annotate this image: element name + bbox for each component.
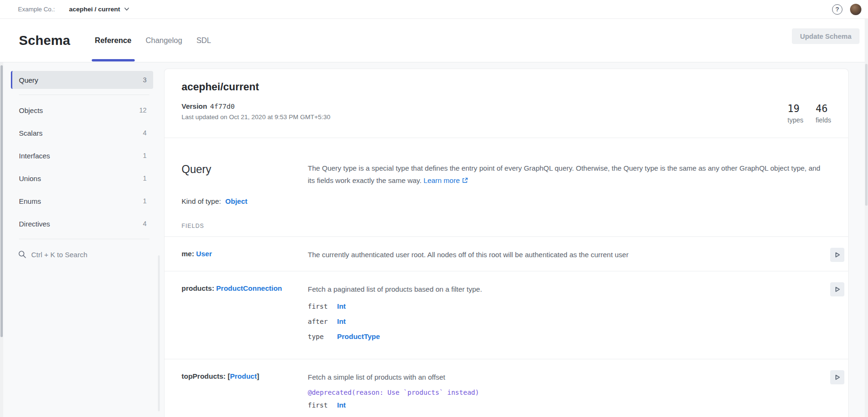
field-details: Fetch a simple list of products with an …: [308, 359, 830, 417]
chevron-down-icon: [124, 8, 129, 11]
sidebar-item-count: 3: [143, 76, 147, 84]
graph-summary-header: acephei/current Version4f77d0 Last updat…: [165, 69, 848, 138]
field-signature: products: ProductConnection: [182, 271, 308, 359]
tab-changelog[interactable]: Changelog: [139, 19, 189, 62]
field-name: me:: [182, 250, 194, 258]
type-header: Query The Query type is a special type t…: [165, 138, 848, 187]
play-icon: [833, 286, 841, 293]
page-scrollbar-track[interactable]: [865, 19, 868, 417]
sidebar-item-count: 1: [143, 197, 147, 205]
tab-sdl[interactable]: SDL: [189, 19, 218, 62]
sidebar-item-count: 1: [143, 152, 147, 159]
sidebar-item-label: Query: [19, 76, 38, 84]
sidebar-item-unions[interactable]: Unions 1: [11, 167, 153, 190]
sidebar-item-count: 4: [143, 129, 147, 137]
learn-more-link[interactable]: Learn more: [424, 176, 468, 184]
argument-type-link[interactable]: Int: [337, 401, 346, 409]
argument-type-link[interactable]: Int: [337, 317, 346, 325]
argument-name: first: [308, 303, 337, 310]
field-row-me: me: User The currently authenticated use…: [165, 237, 848, 271]
type-description: The Query type is a special type that de…: [308, 162, 828, 187]
schema-reference-card: acephei/current Version4f77d0 Last updat…: [164, 69, 849, 417]
version-row: Version4f77d0: [182, 102, 831, 110]
argument-row: first Int: [308, 302, 830, 312]
field-type-link[interactable]: User: [196, 250, 212, 258]
version-label: Version: [182, 102, 207, 110]
sidebar-item-enums[interactable]: Enums 1: [11, 190, 153, 212]
graph-selector-label: acephei / current: [69, 6, 120, 13]
field-details: Fetch a paginated list of products based…: [308, 271, 830, 359]
update-schema-button[interactable]: Update Schema: [792, 28, 859, 44]
field-actions: [830, 237, 844, 271]
play-icon: [833, 251, 841, 259]
sidebar-divider: [19, 239, 149, 239]
avatar[interactable]: [850, 4, 861, 15]
tab-reference[interactable]: Reference: [88, 19, 139, 62]
left-scrollbar-track[interactable]: [0, 62, 3, 417]
run-in-explorer-button[interactable]: [830, 248, 844, 262]
sidebar-scrollbar-thumb[interactable]: [158, 255, 160, 411]
page-scrollbar-thumb[interactable]: [865, 64, 868, 206]
stat-types-label: types: [788, 116, 803, 124]
sidebar-item-query[interactable]: Query 3: [11, 71, 153, 89]
field-description: Fetch a paginated list of products based…: [308, 284, 830, 294]
argument-row: after Int: [308, 317, 830, 327]
field-signature: topProducts: [Product]: [182, 359, 308, 417]
org-label: Example Co.:: [18, 6, 55, 13]
learn-more-label: Learn more: [424, 176, 460, 184]
sidebar-item-count: 4: [143, 220, 147, 227]
last-updated: Last updated on Oct 21, 2020 at 9:53 PM …: [182, 113, 831, 121]
tab-bar: Reference Changelog SDL: [88, 19, 218, 62]
sidebar-item-count: 12: [139, 106, 147, 114]
type-name-column: Query: [182, 162, 308, 187]
schema-stats: 19 types 46 fields: [788, 103, 831, 124]
sidebar-item-interfaces[interactable]: Interfaces 1: [11, 144, 153, 167]
field-description: The currently authenticated user root. A…: [308, 250, 830, 260]
kind-of-type-row: Kind of type: Object: [165, 187, 848, 205]
sidebar-item-label: Unions: [19, 174, 41, 182]
active-tab-indicator: [92, 59, 135, 61]
search-icon: [18, 250, 26, 259]
stat-types-value: 19: [788, 103, 803, 114]
run-in-explorer-button[interactable]: [830, 282, 844, 296]
left-scrollbar-thumb[interactable]: [0, 65, 3, 337]
field-row-topproducts: topProducts: [Product] Fetch a simple li…: [165, 359, 848, 417]
field-type-link[interactable]: ProductConnection: [216, 284, 282, 292]
version-value: 4f77d0: [210, 103, 234, 110]
schema-type-sidebar: Query 3 Objects 12 Scalars 4 Interfaces …: [3, 62, 161, 417]
argument-type-link[interactable]: ProductType: [337, 332, 380, 340]
field-actions: [830, 271, 844, 359]
tab-reference-label: Reference: [95, 36, 131, 45]
kind-value-link[interactable]: Object: [226, 197, 248, 205]
sidebar-item-directives[interactable]: Directives 4: [11, 212, 153, 235]
sidebar-item-label: Objects: [19, 106, 43, 114]
stat-fields-value: 46: [816, 103, 831, 114]
field-name: products:: [182, 284, 214, 292]
sidebar-item-count: 1: [143, 174, 147, 182]
stat-types: 19 types: [788, 103, 803, 124]
sidebar-item-scalars[interactable]: Scalars 4: [11, 122, 153, 144]
fields-heading: FIELDS: [165, 205, 848, 229]
field-type-link[interactable]: Product: [230, 372, 257, 380]
kind-label: Kind of type:: [182, 197, 221, 205]
topbar-right: ?: [832, 4, 861, 15]
page-header: Schema Reference Changelog SDL Update Sc…: [0, 19, 868, 62]
run-in-explorer-button[interactable]: [830, 370, 844, 384]
top-bar: Example Co.: acephei / current ?: [0, 0, 868, 19]
field-type-suffix: ]: [257, 372, 259, 380]
argument-name: first: [308, 401, 337, 409]
deprecated-annotation: @deprecated(reason: Use `products` inste…: [308, 389, 830, 396]
type-name: Query: [182, 162, 308, 176]
graph-selector[interactable]: acephei / current: [69, 6, 129, 13]
field-signature: me: User: [182, 237, 308, 271]
field-arguments: first Int: [308, 401, 830, 410]
type-description-text: The Query type is a special type that de…: [308, 164, 820, 184]
argument-type-link[interactable]: Int: [337, 302, 346, 310]
search-hint: Ctrl + K to Search: [31, 251, 87, 259]
sidebar-item-objects[interactable]: Objects 12: [11, 99, 153, 122]
search-button[interactable]: Ctrl + K to Search: [11, 243, 153, 266]
external-link-icon: [462, 175, 468, 187]
help-icon[interactable]: ?: [832, 4, 842, 15]
argument-row: type ProductType: [308, 332, 830, 342]
page-title: Schema: [19, 33, 70, 48]
